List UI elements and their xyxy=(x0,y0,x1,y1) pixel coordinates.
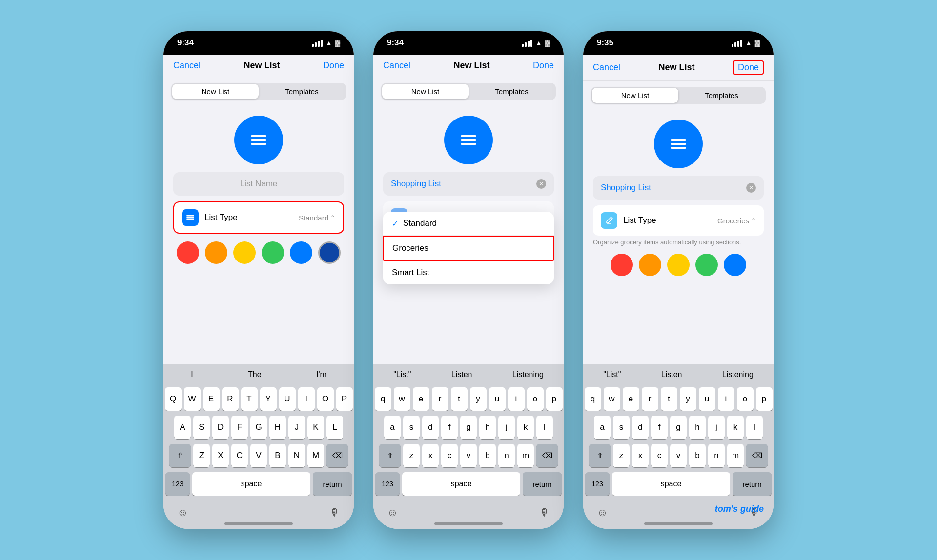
cancel-button-2[interactable]: Cancel xyxy=(383,60,410,71)
key-l-3[interactable]: l xyxy=(746,416,763,439)
key-w-3[interactable]: w xyxy=(604,387,620,411)
key-q-3[interactable]: q xyxy=(585,387,601,411)
key-t-1[interactable]: T xyxy=(241,387,258,411)
key-x-2[interactable]: x xyxy=(422,444,439,467)
key-r-2[interactable]: r xyxy=(432,387,448,411)
key-u-3[interactable]: u xyxy=(699,387,715,411)
cancel-button-1[interactable]: Cancel xyxy=(173,60,201,71)
dropdown-groceries-2[interactable]: Groceries xyxy=(384,237,553,260)
mic-icon-2[interactable]: 🎙 xyxy=(539,506,550,519)
color-orange-1[interactable] xyxy=(205,241,227,264)
mic-icon-1[interactable]: 🎙 xyxy=(329,506,340,519)
key-b-1[interactable]: B xyxy=(269,444,286,467)
key-j-1[interactable]: J xyxy=(288,416,305,439)
color-red-3[interactable] xyxy=(611,254,633,276)
key-delete-1[interactable]: ⌫ xyxy=(326,444,348,467)
key-n-1[interactable]: N xyxy=(288,444,305,467)
key-w-1[interactable]: W xyxy=(184,387,201,411)
key-q-1[interactable]: Q xyxy=(165,387,182,411)
key-t-3[interactable]: t xyxy=(661,387,677,411)
color-blue-3[interactable] xyxy=(724,254,746,276)
key-d-3[interactable]: d xyxy=(632,416,649,439)
key-return-2[interactable]: return xyxy=(523,472,562,496)
emoji-icon-1[interactable]: ☺ xyxy=(177,506,188,519)
key-a-3[interactable]: a xyxy=(594,416,611,439)
key-p-3[interactable]: p xyxy=(756,387,773,411)
key-delete-3[interactable]: ⌫ xyxy=(746,444,768,467)
key-v-2[interactable]: v xyxy=(460,444,477,467)
color-green-3[interactable] xyxy=(695,254,718,276)
key-shift-3[interactable]: ⇧ xyxy=(589,444,611,467)
key-return-3[interactable]: return xyxy=(733,472,772,496)
key-f-3[interactable]: f xyxy=(651,416,668,439)
key-p-2[interactable]: p xyxy=(546,387,563,411)
dropdown-standard-2[interactable]: ✓ Standard xyxy=(383,212,554,236)
list-type-row-3[interactable]: List Type Groceries ⌃ xyxy=(593,205,764,236)
key-n-3[interactable]: n xyxy=(708,444,725,467)
key-k-2[interactable]: k xyxy=(517,416,534,439)
key-delete-2[interactable]: ⌫ xyxy=(536,444,558,467)
dropdown-smartlist-2[interactable]: Smart List xyxy=(383,261,554,284)
segment-new-list-1[interactable]: New List xyxy=(172,84,259,99)
color-red-1[interactable] xyxy=(177,241,199,264)
key-a-1[interactable]: A xyxy=(174,416,191,439)
key-i-1[interactable]: I xyxy=(298,387,315,411)
clear-button-3[interactable]: ✕ xyxy=(746,183,756,193)
segment-templates-3[interactable]: Templates xyxy=(678,88,765,103)
color-yellow-3[interactable] xyxy=(667,254,690,276)
predictive-word-1c[interactable]: I'm xyxy=(310,368,332,381)
key-y-3[interactable]: y xyxy=(680,387,696,411)
key-p-1[interactable]: P xyxy=(336,387,353,411)
key-return-1[interactable]: return xyxy=(313,472,352,496)
key-s-1[interactable]: S xyxy=(193,416,210,439)
key-c-1[interactable]: C xyxy=(231,444,248,467)
key-h-3[interactable]: h xyxy=(689,416,706,439)
key-space-1[interactable]: space xyxy=(192,472,310,496)
key-r-3[interactable]: r xyxy=(642,387,658,411)
emoji-icon-3[interactable]: ☺ xyxy=(597,506,608,519)
key-b-3[interactable]: b xyxy=(689,444,706,467)
key-s-3[interactable]: s xyxy=(613,416,630,439)
color-orange-3[interactable] xyxy=(639,254,661,276)
segment-new-list-2[interactable]: New List xyxy=(382,84,468,99)
key-l-1[interactable]: L xyxy=(326,416,343,439)
done-button-3[interactable]: Done xyxy=(733,60,764,75)
color-yellow-1[interactable] xyxy=(233,241,256,264)
key-y-1[interactable]: Y xyxy=(260,387,277,411)
key-q-2[interactable]: q xyxy=(375,387,391,411)
key-x-1[interactable]: X xyxy=(212,444,229,467)
predictive-word-2c[interactable]: Listening xyxy=(507,368,550,381)
list-name-input-1[interactable]: List Name xyxy=(173,172,344,196)
color-green-1[interactable] xyxy=(262,241,284,264)
key-n-2[interactable]: n xyxy=(498,444,515,467)
key-m-2[interactable]: m xyxy=(517,444,534,467)
key-r-1[interactable]: R xyxy=(222,387,239,411)
key-w-2[interactable]: w xyxy=(394,387,410,411)
predictive-word-2a[interactable]: "List" xyxy=(387,368,417,381)
list-name-input-2[interactable]: Shopping List ✕ xyxy=(383,172,554,196)
key-u-2[interactable]: u xyxy=(489,387,506,411)
predictive-word-3c[interactable]: Listening xyxy=(716,368,759,381)
key-x-3[interactable]: x xyxy=(632,444,649,467)
key-t-2[interactable]: t xyxy=(451,387,468,411)
color-blue-1[interactable] xyxy=(290,241,312,264)
key-o-3[interactable]: o xyxy=(737,387,754,411)
key-space-2[interactable]: space xyxy=(402,472,520,496)
key-f-2[interactable]: f xyxy=(441,416,458,439)
key-g-3[interactable]: g xyxy=(670,416,687,439)
clear-button-2[interactable]: ✕ xyxy=(536,179,546,189)
key-v-1[interactable]: V xyxy=(250,444,267,467)
key-g-1[interactable]: G xyxy=(250,416,267,439)
predictive-word-3b[interactable]: Listen xyxy=(655,368,688,381)
key-i-2[interactable]: i xyxy=(508,387,525,411)
key-s-2[interactable]: s xyxy=(403,416,420,439)
segment-new-list-3[interactable]: New List xyxy=(592,88,678,103)
key-numbers-3[interactable]: 123 xyxy=(585,472,610,496)
key-c-2[interactable]: c xyxy=(441,444,458,467)
key-shift-2[interactable]: ⇧ xyxy=(379,444,401,467)
key-numbers-1[interactable]: 123 xyxy=(165,472,190,496)
key-c-3[interactable]: c xyxy=(651,444,668,467)
key-e-3[interactable]: e xyxy=(623,387,639,411)
list-name-input-3[interactable]: Shopping List ✕ xyxy=(593,176,764,200)
key-e-2[interactable]: e xyxy=(413,387,429,411)
